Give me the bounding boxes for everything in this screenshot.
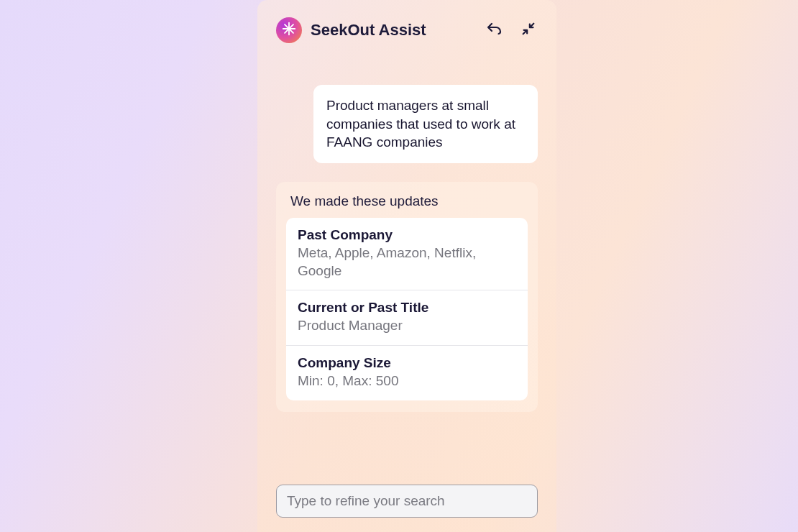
minimize-button[interactable] bbox=[519, 21, 538, 40]
assistant-heading: We made these updates bbox=[286, 192, 528, 218]
user-message-text: Product managers at small companies that… bbox=[326, 98, 515, 150]
update-title: Current or Past Title bbox=[298, 300, 516, 316]
update-title: Past Company bbox=[298, 227, 516, 243]
panel-title: SeekOut Assist bbox=[311, 21, 476, 40]
update-value: Product Manager bbox=[298, 317, 516, 335]
assist-panel: SeekOut Assist Product m bbox=[257, 0, 556, 532]
update-title: Company Size bbox=[298, 355, 516, 371]
collapse-icon bbox=[520, 21, 536, 40]
updates-card: Past Company Meta, Apple, Amazon, Netfli… bbox=[286, 218, 528, 400]
update-item: Current or Past Title Product Manager bbox=[286, 290, 528, 345]
asterisk-icon bbox=[281, 21, 297, 40]
update-value: Min: 0, Max: 500 bbox=[298, 372, 516, 390]
undo-icon bbox=[485, 20, 503, 40]
update-item: Company Size Min: 0, Max: 500 bbox=[286, 345, 528, 400]
panel-header: SeekOut Assist bbox=[276, 17, 538, 43]
update-item: Past Company Meta, Apple, Amazon, Netfli… bbox=[286, 218, 528, 290]
seekout-logo bbox=[276, 17, 302, 43]
refine-search-input[interactable] bbox=[276, 485, 538, 518]
input-row bbox=[276, 485, 538, 518]
user-message-bubble: Product managers at small companies that… bbox=[313, 85, 538, 163]
assistant-response-block: We made these updates Past Company Meta,… bbox=[276, 182, 538, 412]
undo-button[interactable] bbox=[485, 21, 503, 40]
update-value: Meta, Apple, Amazon, Netflix, Google bbox=[298, 244, 516, 280]
header-actions bbox=[485, 21, 538, 40]
panel-body: Product managers at small companies that… bbox=[276, 43, 538, 518]
